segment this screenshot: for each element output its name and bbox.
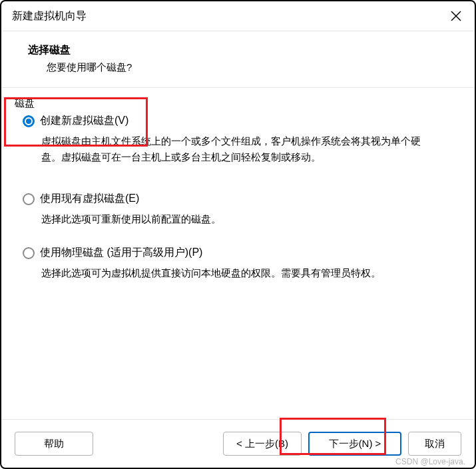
content-area: 磁盘 创建新虚拟磁盘(V) 虚拟磁盘由主机文件系统上的一个或多个文件组成，客户机… [1, 87, 475, 419]
titlebar: 新建虚拟机向导 [1, 1, 475, 31]
wizard-window: 新建虚拟机向导 选择磁盘 您要使用哪个磁盘? 磁盘 创建新虚拟磁盘(V) 虚拟磁… [0, 0, 476, 469]
back-button[interactable]: < 上一步(B) [223, 432, 302, 456]
radio-use-existing-disk[interactable]: 使用现有虚拟磁盘(E) [23, 192, 463, 206]
radio-label: 使用现有虚拟磁盘(E) [40, 192, 139, 206]
radio-icon [23, 193, 35, 205]
radio-create-new-disk[interactable]: 创建新虚拟磁盘(V) [23, 114, 463, 128]
radio-use-physical-disk[interactable]: 使用物理磁盘 (适用于高级用户)(P) [23, 246, 463, 260]
wizard-header: 选择磁盘 您要使用哪个磁盘? [1, 31, 475, 87]
option-existing-desc: 选择此选项可重新使用以前配置的磁盘。 [41, 211, 437, 227]
wizard-footer: 帮助 < 上一步(B) 下一步(N) > 取消 [1, 419, 475, 468]
disk-options: 创建新虚拟磁盘(V) 虚拟磁盘由主机文件系统上的一个或多个文件组成，客户机操作系… [23, 114, 463, 281]
next-button[interactable]: 下一步(N) > [308, 432, 401, 456]
page-title: 选择磁盘 [28, 43, 448, 57]
page-subtitle: 您要使用哪个磁盘? [47, 61, 448, 74]
radio-label: 创建新虚拟磁盘(V) [40, 114, 128, 128]
window-title: 新建虚拟机向导 [12, 9, 87, 23]
cancel-button[interactable]: 取消 [408, 432, 461, 456]
radio-icon [23, 247, 35, 259]
radio-icon [23, 115, 35, 127]
close-icon [451, 11, 461, 21]
footer-right-buttons: < 上一步(B) 下一步(N) > 取消 [223, 432, 461, 456]
radio-label: 使用物理磁盘 (适用于高级用户)(P) [40, 246, 202, 260]
close-button[interactable] [448, 8, 464, 24]
option-create-desc: 虚拟磁盘由主机文件系统上的一个或多个文件组成，客户机操作系统会将其视为单个硬盘。… [41, 133, 437, 165]
disk-group-label: 磁盘 [13, 95, 463, 110]
help-button[interactable]: 帮助 [15, 432, 93, 456]
radio-dot-icon [26, 119, 31, 124]
option-physical-desc: 选择此选项可为虚拟机提供直接访问本地硬盘的权限。需要具有管理员特权。 [41, 265, 437, 281]
